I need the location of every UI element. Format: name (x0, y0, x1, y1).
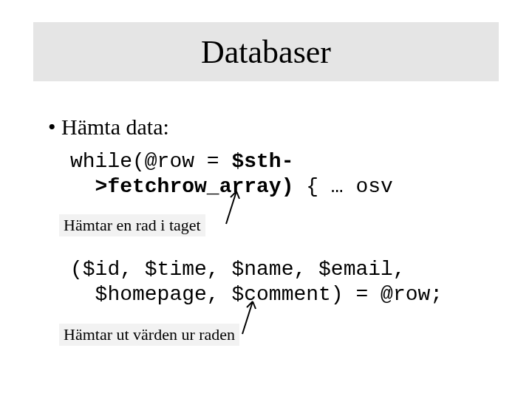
code-block-assign: ($id, $time, $name, $email, $homepage, $… (70, 257, 499, 307)
bullet-fetch-data: Hämta data: (48, 115, 169, 140)
slide-title: Databaser (201, 33, 331, 71)
arrow-icon (222, 187, 244, 228)
svg-line-5 (253, 301, 256, 309)
code-text: while(@row = (70, 150, 231, 173)
code-text: { … osv (293, 175, 392, 198)
arrow-icon (238, 297, 260, 338)
title-bar: Databaser (33, 22, 499, 81)
annotation-extract-values: Hämtar ut värden ur raden (59, 324, 239, 346)
slide: Databaser Hämta data: while(@row = $sth-… (0, 0, 532, 399)
code-block-while: while(@row = $sth- >fetchrow_array) { … … (70, 149, 484, 200)
annotation-row-at-a-time: Hämtar en rad i taget (59, 214, 205, 236)
svg-line-2 (236, 191, 239, 199)
